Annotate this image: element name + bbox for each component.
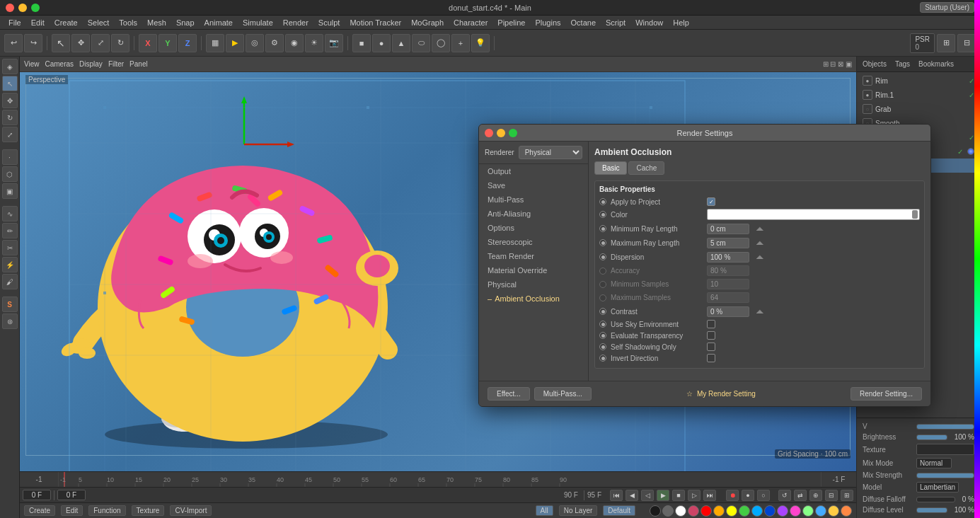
light-button[interactable]: ☀ [305,34,323,52]
dispersion-radio[interactable] [599,253,606,260]
tool-magnet-button[interactable]: ⚡ [2,257,18,272]
rotate-tool-button[interactable]: ↻ [111,34,129,52]
tool-polygons-button[interactable]: ▣ [2,183,18,199]
move-tool-button[interactable]: ✥ [71,34,90,52]
z-axis-button[interactable]: Z [178,34,197,52]
mix-strength-bar[interactable] [916,473,974,478]
nav-options[interactable]: Options [479,221,588,235]
use-sky-checkbox[interactable] [707,320,715,328]
dispersion-value[interactable]: 100 % [707,252,749,263]
color-slider-thumb[interactable] [912,210,918,219]
swatch-gray[interactable] [662,505,674,517]
timeline-ruler[interactable]: -1 -1 5 10 15 20 25 30 35 [20,471,856,487]
vis-grab[interactable]: ○ [863,104,872,114]
bulb-button[interactable]: 💡 [471,34,490,52]
keyframe-button[interactable]: ● [742,490,754,501]
play-reverse-button[interactable]: ◁ [641,490,654,501]
tags-tab[interactable]: Tags [892,59,913,69]
tool-move-button[interactable]: ✥ [2,93,18,108]
goto-start-button[interactable]: ⏮ [610,490,623,501]
tool-select-button[interactable]: ↖ [2,76,18,91]
swatch-blue[interactable] [764,505,776,517]
use-sky-radio[interactable] [599,321,606,328]
swatch-yellow[interactable] [726,505,737,517]
model-value[interactable]: Lambertian [916,482,959,493]
swatch-red[interactable] [701,505,712,517]
x-axis-button[interactable]: X [139,34,157,52]
contrast-value[interactable]: 0 % [707,306,749,317]
vis-rim[interactable]: ● [863,76,872,86]
y-axis-button[interactable]: Y [158,34,177,52]
render-setting-button[interactable]: Render Setting... [851,387,922,401]
menu-motion-tracker[interactable]: Motion Tracker [345,18,405,28]
tool-knife-button[interactable]: ✂ [2,240,18,255]
contrast-radio[interactable] [599,308,606,315]
objects-tab[interactable]: Objects [860,59,889,69]
menu-help[interactable]: Help [669,18,693,28]
frame-start-field[interactable]: -1 [20,472,59,487]
swatch-black[interactable] [650,505,661,517]
viewport-menu-cameras[interactable]: Cameras [45,60,74,68]
cone-button[interactable]: ▲ [392,34,410,52]
layout-button[interactable]: Startup (User) [920,2,974,13]
bookmarks-tab[interactable]: Bookmarks [916,59,957,69]
viewport-menu-filter[interactable]: Filter [108,60,124,68]
scale-tool-button[interactable]: ⤢ [91,34,110,52]
function-button[interactable]: Function [88,505,125,516]
color-bar[interactable] [707,209,920,220]
menu-mograph[interactable]: MoGraph [407,18,448,28]
cylinder-button[interactable]: ⬭ [412,34,430,52]
torus-button[interactable]: ◯ [432,34,450,52]
nav-multipass[interactable]: Multi-Pass [479,192,588,207]
viewport-menu-view[interactable]: View [24,60,40,68]
tool-scale-button[interactable]: ⤢ [2,127,18,142]
viewport-menu-display[interactable]: Display [79,60,103,68]
layer-item-rim1[interactable]: ● Rim.1 ✓ [857,88,980,102]
all-layer-button[interactable]: All [536,505,553,516]
undo-button[interactable]: ↩ [4,34,23,52]
nav-material-override[interactable]: Material Override [479,263,588,277]
diffuse-falloff-bar[interactable] [916,497,955,502]
edit-button[interactable]: Edit [61,505,83,516]
layer-item-rim[interactable]: ● Rim ✓ [857,74,980,88]
cube-button[interactable]: ■ [352,34,371,52]
swatch-pink[interactable] [688,505,699,517]
tool-mode-button[interactable]: ◈ [2,59,18,74]
menu-script[interactable]: Script [601,18,630,28]
swatch-green[interactable] [739,505,750,517]
swatch-coral[interactable] [841,505,852,517]
contrast-stepper[interactable]: ⏶ [755,306,765,317]
color-radio[interactable] [599,211,606,218]
menu-plugins[interactable]: Plugins [531,18,565,28]
render-picture-viewer-button[interactable]: ◎ [246,34,264,52]
menu-snap[interactable]: Snap [172,18,199,28]
menu-mesh[interactable]: Mesh [143,18,171,28]
diffuse-level-bar[interactable] [916,507,947,513]
create-button[interactable]: Create [24,505,55,516]
brightness-bar[interactable] [916,434,947,440]
menu-pipeline[interactable]: Pipeline [493,18,529,28]
camera-button-tb[interactable]: 📷 [325,34,343,52]
swatch-lightblue[interactable] [751,505,763,517]
mix-mode-value[interactable]: Normal [916,458,952,468]
goto-end-button[interactable]: ⏭ [703,490,716,501]
multipass-button[interactable]: Multi-Pass... [534,387,592,401]
nav-stereoscopic[interactable]: Stereoscopic [479,235,588,249]
preview-button[interactable]: ⊕ [809,490,822,501]
tool-sculpt-button[interactable]: ⊛ [2,313,18,329]
menu-character[interactable]: Character [449,18,492,28]
min-ray-value[interactable]: 0 cm [707,224,749,234]
menu-octane[interactable]: Octane [567,18,600,28]
v-bar[interactable] [916,424,974,430]
tool-spline-button[interactable]: ∿ [2,206,18,221]
swatch-purple[interactable] [777,505,788,517]
texture-button[interactable]: Texture [132,505,165,516]
tool-edges-button[interactable]: ⬡ [2,166,18,182]
self-shadow-checkbox[interactable] [707,343,715,351]
frame-end-field[interactable]: -1 F [821,472,856,487]
tab-cache[interactable]: Cache [628,161,664,175]
nav-save[interactable]: Save [479,178,588,192]
viewport-menu-panel[interactable]: Panel [129,60,148,68]
texture-value[interactable] [916,444,974,455]
menu-sculpt[interactable]: Sculpt [314,18,345,28]
